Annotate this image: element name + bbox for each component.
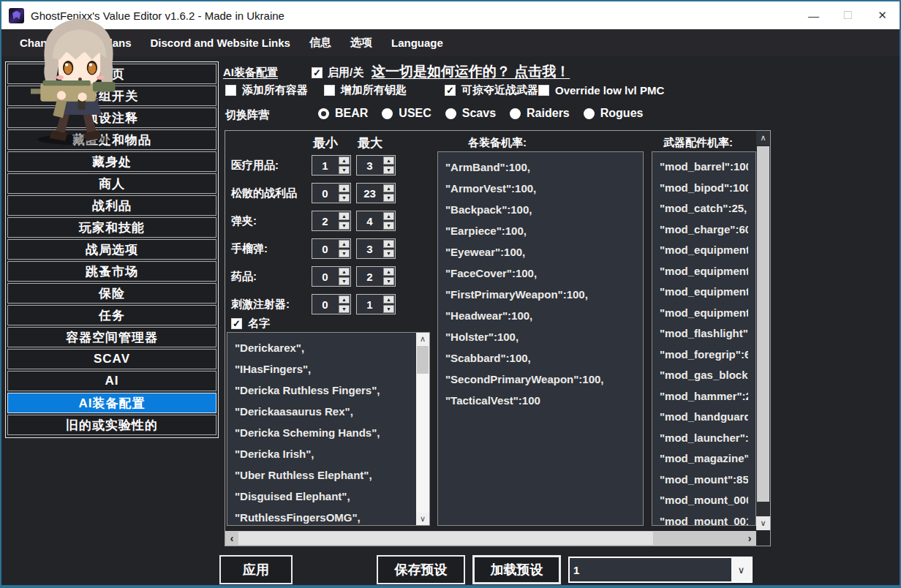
sidebar-item[interactable]: 战利品 xyxy=(7,195,216,216)
weapon-mods-listbox[interactable]: "mod_barrel":100, "mod_bipod":100, "mod_… xyxy=(652,151,756,526)
scroll-thumb[interactable] xyxy=(757,146,769,502)
spin-down-icon[interactable]: ▼ xyxy=(339,222,350,230)
sidebar-item[interactable]: 容器空间管理器 xyxy=(7,327,216,347)
scroll-thumb[interactable] xyxy=(238,532,653,545)
spin-down-icon[interactable]: ▼ xyxy=(383,222,394,230)
faction-radio[interactable]: Scavs xyxy=(445,107,496,120)
names-toggle[interactable]: 名字 xyxy=(231,317,270,331)
option-checkbox[interactable]: Override low lvl PMC xyxy=(538,83,664,97)
spin-down-icon[interactable]: ▼ xyxy=(339,194,350,202)
checkbox-box[interactable] xyxy=(445,85,456,96)
panel-vertical-scrollbar[interactable]: ∧ ∨ xyxy=(756,131,770,530)
spin-down-icon[interactable]: ▼ xyxy=(339,305,350,313)
spin-down-icon[interactable]: ▼ xyxy=(339,166,350,174)
sidebar-item[interactable]: 旧的或实验性的 xyxy=(7,415,216,435)
panel-horizontal-scrollbar[interactable]: ‹ › xyxy=(225,531,756,546)
enable-toggle[interactable]: 启用/关 xyxy=(312,66,363,80)
spin-down-icon[interactable]: ▼ xyxy=(383,249,394,257)
sidebar-item[interactable]: 玩家和技能 xyxy=(7,217,216,238)
load-preset-button[interactable]: 加载预设 xyxy=(472,555,561,584)
min-spinner[interactable]: 1 ▲ ▼ xyxy=(312,155,351,176)
save-preset-button[interactable]: 保存预设 xyxy=(377,555,465,584)
scroll-right-icon[interactable]: › xyxy=(743,531,756,546)
min-value[interactable]: 1 xyxy=(312,156,338,175)
apply-button[interactable]: 应用 xyxy=(219,555,293,584)
scroll-up-icon[interactable]: ∧ xyxy=(756,131,770,145)
names-checkbox[interactable] xyxy=(231,318,242,329)
scroll-up-icon[interactable]: ∧ xyxy=(416,333,429,345)
faction-radio[interactable]: Rogues xyxy=(584,107,644,120)
sidebar-item[interactable]: 跳蚤市场 xyxy=(7,261,216,282)
max-value[interactable]: 1 xyxy=(357,295,382,314)
option-checkbox[interactable]: 添加所有容器 xyxy=(225,83,324,97)
radio-circle[interactable] xyxy=(382,108,393,119)
sidebar-item[interactable]: 任务 xyxy=(7,305,216,325)
spin-up-icon[interactable]: ▲ xyxy=(339,240,350,248)
section-title-link[interactable]: AI装备配置 xyxy=(223,66,278,80)
spin-up-icon[interactable]: ▲ xyxy=(339,268,350,276)
spin-down-icon[interactable]: ▼ xyxy=(383,194,394,202)
spin-down-icon[interactable]: ▼ xyxy=(339,277,350,285)
names-listbox[interactable]: "Derickarex", "IHasFingers", "Dericka Ru… xyxy=(227,332,430,526)
close-button[interactable]: ✕ xyxy=(865,1,900,29)
min-value[interactable]: 2 xyxy=(312,211,338,230)
min-spinner[interactable]: 0 ▲ ▼ xyxy=(312,183,351,203)
sidebar-item[interactable]: 保险 xyxy=(7,283,216,304)
sidebar-item[interactable]: 战局选项 xyxy=(7,239,216,260)
min-value[interactable]: 0 xyxy=(312,267,338,286)
maximize-button[interactable]: ☐ xyxy=(831,1,865,29)
radio-circle[interactable] xyxy=(445,108,456,119)
preset-select[interactable]: 1 ∨ xyxy=(568,557,753,583)
max-spinner[interactable]: 4 ▲ ▼ xyxy=(356,211,396,231)
sidebar-item[interactable]: 藏身处 xyxy=(7,151,216,172)
menu-item[interactable]: Discord and Website Links xyxy=(141,29,300,56)
sidebar-item[interactable]: AI装备配置 xyxy=(7,393,216,413)
min-spinner[interactable]: 2 ▲ ▼ xyxy=(312,211,351,231)
spin-up-icon[interactable]: ▲ xyxy=(339,295,350,304)
sidebar-item[interactable]: AI xyxy=(7,371,216,391)
faction-radio[interactable]: BEAR xyxy=(318,107,368,120)
radio-circle[interactable] xyxy=(584,108,595,119)
scroll-left-icon[interactable]: ‹ xyxy=(225,531,238,546)
min-value[interactable]: 0 xyxy=(312,184,338,203)
max-spinner[interactable]: 1 ▲ ▼ xyxy=(356,294,396,314)
max-spinner[interactable]: 3 ▲ ▼ xyxy=(356,238,396,259)
max-spinner[interactable]: 23 ▲ ▼ xyxy=(356,183,396,203)
radio-circle[interactable] xyxy=(510,108,521,119)
option-checkbox[interactable]: 可掠夺近战武器 xyxy=(445,83,538,97)
spin-up-icon[interactable]: ▲ xyxy=(383,240,394,248)
equipment-listbox[interactable]: "ArmBand":100, "ArmorVest":100, "Backpac… xyxy=(437,151,644,526)
min-value[interactable]: 0 xyxy=(312,239,338,258)
spin-up-icon[interactable]: ▲ xyxy=(383,295,394,304)
spin-up-icon[interactable]: ▲ xyxy=(383,212,394,220)
max-value[interactable]: 3 xyxy=(357,156,382,175)
radio-circle[interactable] xyxy=(318,108,329,119)
spin-up-icon[interactable]: ▲ xyxy=(383,268,394,276)
max-value[interactable]: 23 xyxy=(357,184,382,203)
max-spinner[interactable]: 2 ▲ ▼ xyxy=(356,266,396,287)
faction-radio[interactable]: Raiders xyxy=(510,107,570,120)
checkbox-box[interactable] xyxy=(538,85,549,96)
sidebar-item[interactable]: 商人 xyxy=(7,173,216,194)
spin-down-icon[interactable]: ▼ xyxy=(383,277,394,285)
faction-radio[interactable]: USEC xyxy=(382,107,431,120)
spin-down-icon[interactable]: ▼ xyxy=(339,249,350,257)
spin-up-icon[interactable]: ▲ xyxy=(339,184,350,192)
scroll-down-icon[interactable]: ∨ xyxy=(756,516,770,530)
names-scrollbar[interactable]: ∧ ∨ xyxy=(416,333,429,525)
enable-checkbox[interactable] xyxy=(312,67,323,78)
spin-up-icon[interactable]: ▲ xyxy=(339,157,350,165)
spin-down-icon[interactable]: ▼ xyxy=(383,166,394,174)
spin-up-icon[interactable]: ▲ xyxy=(383,157,394,165)
min-spinner[interactable]: 0 ▲ ▼ xyxy=(312,238,351,259)
chevron-down-icon[interactable]: ∨ xyxy=(731,558,751,581)
min-value[interactable]: 0 xyxy=(312,295,338,314)
max-value[interactable]: 3 xyxy=(357,239,382,258)
max-spinner[interactable]: 3 ▲ ▼ xyxy=(356,155,396,176)
option-checkbox[interactable]: 增加所有钥匙 xyxy=(324,83,445,97)
sidebar-item[interactable]: SCAV xyxy=(7,349,216,369)
max-value[interactable]: 2 xyxy=(357,267,382,286)
spin-up-icon[interactable]: ▲ xyxy=(339,212,350,220)
scroll-down-icon[interactable]: ∨ xyxy=(416,513,429,525)
min-spinner[interactable]: 0 ▲ ▼ xyxy=(312,266,351,287)
